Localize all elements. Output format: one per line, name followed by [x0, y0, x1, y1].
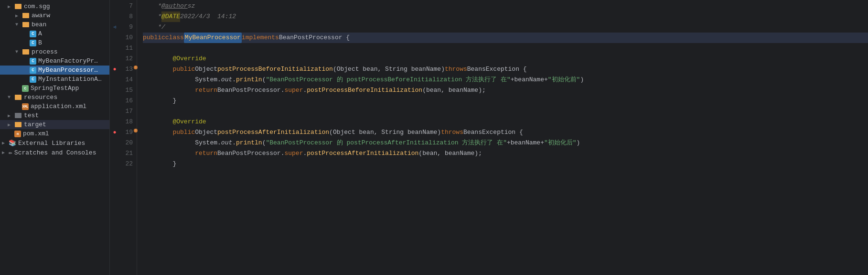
sidebar-item-mybeanfactorypr[interactable]: C MyBeanFactoryPr…	[0, 56, 109, 66]
ext-icon: 📚	[9, 139, 16, 147]
sidebar-item-label: MyBeanFactoryPr…	[38, 57, 98, 65]
package-icon	[14, 3, 22, 10]
line-row-17: 17	[110, 106, 137, 117]
line-row-13: ● 13 ↑	[110, 64, 137, 75]
line-row-21: 21	[110, 148, 137, 159]
sidebar-item-mybeanprocessor[interactable]: C MyBeanProcessor…	[0, 66, 109, 75]
xml-icon: XML	[22, 103, 29, 110]
line-row-20: 20	[110, 138, 137, 148]
sidebar-item-resources[interactable]: ▼ resources	[0, 93, 109, 102]
sidebar-item-process[interactable]: ▼ process	[0, 47, 109, 56]
line-number-14: 14	[119, 75, 137, 85]
sidebar-item-label: MyInstantiationA…	[38, 76, 102, 83]
arrow-icon: ▶	[2, 140, 9, 146]
line-row-16: 16	[110, 96, 137, 106]
sidebar-item-label: com.sgg	[24, 3, 50, 10]
line-number-19: 19 ↑	[119, 127, 137, 138]
line-gutter-20	[110, 138, 119, 148]
class-icon: C	[30, 31, 36, 37]
class-icon: C	[30, 67, 36, 74]
folder-icon	[14, 121, 22, 128]
sidebar-item-external-libraries[interactable]: ▶ 📚 External Libraries	[0, 138, 109, 148]
svg-rect-5	[22, 22, 25, 23]
code-line-9: */	[143, 22, 868, 33]
arrow-spacer	[23, 31, 30, 36]
sidebar-item-label: bean	[32, 21, 46, 28]
line-gutter-22	[110, 159, 119, 169]
code-line-18: @Override	[143, 117, 868, 127]
line-gutter-17	[110, 106, 119, 117]
sidebar-item-A[interactable]: C A	[0, 29, 109, 38]
arrow-icon: ▶	[2, 150, 9, 155]
sidebar-item-label: test	[24, 112, 39, 119]
arrow-spacer	[23, 67, 30, 73]
svg-rect-3	[22, 13, 25, 14]
spring-class-icon: C	[22, 85, 29, 92]
sidebar-item-label: process	[32, 48, 58, 55]
line-row-19: ● 19 ↑	[110, 127, 137, 138]
folder-icon-gray	[14, 112, 22, 119]
sidebar-item-B[interactable]: C B	[0, 38, 109, 47]
line-row-14: 14	[110, 75, 137, 85]
line-gutter-11	[110, 43, 119, 54]
scratch-icon: ✏️	[9, 149, 12, 156]
arrow-spacer	[23, 58, 30, 64]
line-number-17: 17	[119, 106, 137, 117]
arrow-icon: ▶	[15, 13, 22, 19]
arrow-icon: ▶	[8, 113, 14, 119]
arrow-icon: ▼	[8, 95, 14, 100]
line-gutter-7	[110, 1, 119, 11]
sidebar-item-pom-xml[interactable]: m pom.xml	[0, 129, 109, 138]
line-gutter-13: ●	[110, 64, 119, 75]
line-gutter-21	[110, 148, 119, 159]
svg-rect-1	[15, 4, 18, 5]
sidebar-item-myinstantiationa[interactable]: C MyInstantiationA…	[0, 75, 109, 84]
arrow-spacer	[15, 104, 22, 109]
arrow-spacer	[23, 40, 30, 45]
arrow-icon: ▼	[15, 22, 22, 27]
code-line-20: System. out . println ( "BeanPostProcess…	[143, 138, 868, 148]
file-tree: ▶ com.sgg ▶ awarw ▼ bean C A C B ▼	[0, 0, 110, 275]
code-line-22: }	[143, 159, 868, 169]
class-icon: C	[30, 40, 36, 46]
folder-icon	[14, 94, 22, 101]
sidebar-item-awarw[interactable]: ▶ awarw	[0, 11, 109, 20]
arrow-spacer	[8, 131, 14, 136]
sidebar-item-label: target	[24, 121, 46, 128]
sidebar-item-bean[interactable]: ▼ bean	[0, 20, 109, 29]
line-row-18: 18	[110, 117, 137, 127]
line-number-22: 22	[119, 159, 137, 169]
class-icon: C	[30, 76, 36, 83]
line-number-10: 10	[119, 33, 137, 43]
sidebar-item-springtestapp[interactable]: C SpringTestApp	[0, 84, 109, 93]
svg-rect-9	[15, 95, 18, 96]
line-number-15: 15	[119, 85, 137, 96]
line-gutter-15	[110, 85, 119, 96]
arrow-icon: ▼	[15, 49, 22, 55]
code-line-8: * @DATE 2022/4/3 14:12	[143, 11, 868, 22]
line-gutter-16	[110, 96, 119, 106]
arrow-spacer	[15, 86, 22, 91]
sidebar-item-label: B	[38, 39, 42, 46]
code-editor: 7 8 ◁ 9 10 11	[110, 0, 868, 275]
line-row-15: 15	[110, 85, 137, 96]
code-line-12: @Override	[143, 54, 868, 64]
code-line-11	[143, 43, 868, 54]
sidebar-item-target[interactable]: ▶ target	[0, 120, 109, 129]
code-line-21: return BeanPostProcessor. super . postPr…	[143, 148, 868, 159]
line-gutter-12	[110, 54, 119, 64]
svg-rect-7	[22, 49, 25, 51]
folder-icon	[22, 22, 30, 28]
sidebar-item-label: Scratches and Consoles	[14, 149, 96, 156]
code-line-17	[143, 106, 868, 117]
arrow-icon: ▶	[8, 122, 14, 128]
sidebar-item-com-sgg[interactable]: ▶ com.sgg	[0, 2, 109, 11]
sidebar-item-test[interactable]: ▶ test	[0, 111, 109, 120]
sidebar-item-label: awarw	[32, 12, 50, 19]
line-row-7: 7	[110, 1, 137, 11]
sidebar-item-label: application.xml	[31, 103, 86, 110]
folder-icon	[22, 12, 30, 19]
svg-rect-13	[15, 122, 18, 123]
sidebar-item-application-xml[interactable]: XML application.xml	[0, 102, 109, 111]
sidebar-item-scratches[interactable]: ▶ ✏️ Scratches and Consoles	[0, 148, 109, 157]
